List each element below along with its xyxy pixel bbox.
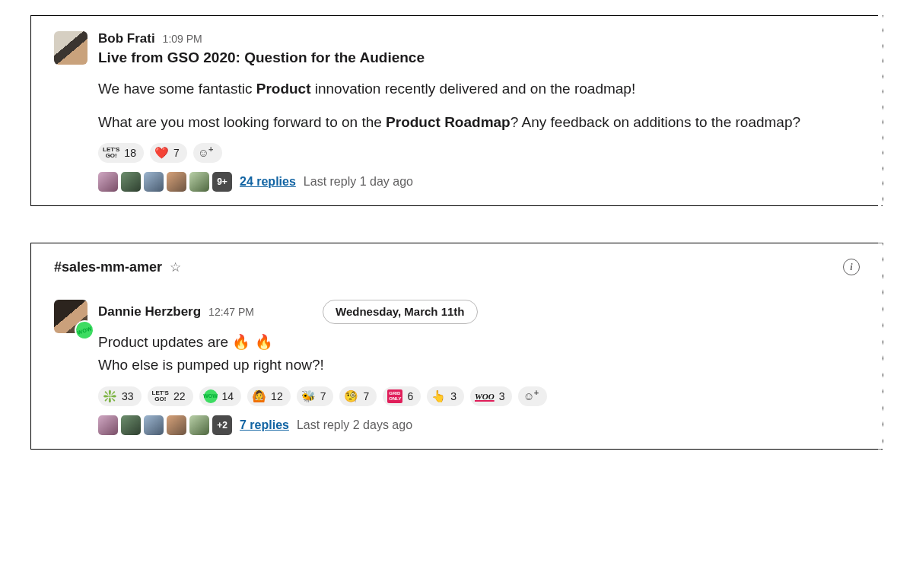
reaction-sparkle[interactable]: ❇️ 33 — [98, 386, 142, 406]
reaction-count: 3 — [450, 389, 456, 404]
lets-go-icon: LET'S GO! — [152, 389, 169, 403]
message-paragraph: Who else is pumped up right now?! — [98, 354, 860, 376]
message-paragraph: What are you most looking forward to on … — [98, 112, 860, 133]
add-reaction-button[interactable]: ☺+ — [193, 143, 222, 163]
reaction-monocle[interactable]: 🧐 7 — [339, 386, 377, 406]
heart-icon: ❤️ — [154, 146, 169, 160]
thread-avatar[interactable] — [167, 172, 186, 192]
text-bold: Product Roadmap — [386, 114, 511, 130]
this-icon: 👆 — [431, 389, 446, 403]
text: Who else is pumped up right now?! — [98, 357, 324, 373]
sparkle-icon: ❇️ — [103, 389, 117, 403]
star-icon[interactable]: ☆ — [170, 261, 181, 274]
avatar[interactable]: WOW — [54, 300, 87, 333]
thread-avatar[interactable] — [121, 172, 141, 192]
reaction-wow[interactable]: WOW 14 — [199, 386, 242, 406]
message-card-1: Bob Frati 1:09 PM Live from GSO 2020: Qu… — [30, 15, 883, 206]
avatar[interactable] — [54, 31, 87, 65]
thread-avatar[interactable] — [189, 172, 209, 192]
thread-avatar[interactable] — [121, 415, 141, 435]
reaction-count: 18 — [124, 145, 136, 161]
reaction-count: 33 — [122, 389, 134, 404]
lets-go-icon: LET'S GO! — [103, 146, 119, 160]
smile-plus-icon: ☺+ — [523, 389, 539, 403]
author-name[interactable]: Dannie Herzberg — [98, 304, 201, 319]
reaction-count: 6 — [407, 389, 413, 404]
reaction-face[interactable]: 🙆 12 — [247, 386, 291, 406]
woo-icon: WOO — [475, 389, 495, 403]
text: Product updates are — [98, 334, 232, 350]
thread-avatar-more[interactable]: +2 — [212, 415, 232, 435]
wow-status-icon: WOW — [72, 318, 97, 343]
text: What are you most looking forward to on … — [98, 114, 386, 130]
thread-avatar[interactable] — [144, 172, 164, 192]
reaction-grid-only[interactable]: GRID ONLY 6 — [383, 386, 421, 406]
bee-icon: 🐝 — [301, 389, 316, 403]
grid-only-icon: GRID ONLY — [387, 389, 402, 403]
reaction-count: 7 — [363, 389, 369, 404]
message-timestamp[interactable]: 12:47 PM — [208, 306, 254, 319]
reactions-row: ❇️ 33 LET'S GO! 22 WOW 14 🙆 12 🐝 7 — [98, 386, 860, 406]
message-card-2: #sales-mm-amer ☆ i WOW Dannie Herzberg 1… — [30, 243, 883, 449]
thread-last-reply: Last reply 2 days ago — [297, 418, 412, 432]
author-name[interactable]: Bob Frati — [98, 31, 155, 46]
thread-replies-link[interactable]: 24 replies — [240, 175, 296, 189]
add-reaction-button[interactable]: ☺+ — [518, 386, 547, 406]
thread-avatar[interactable] — [189, 415, 209, 435]
reaction-count: 3 — [499, 389, 505, 404]
thread-avatars: 9+ — [98, 172, 232, 192]
reaction-heart[interactable]: ❤️ 7 — [150, 143, 187, 163]
message-subject: Live from GSO 2020: Question for the Aud… — [98, 49, 860, 66]
text: We have some fantastic — [98, 81, 256, 97]
smile-plus-icon: ☺+ — [198, 146, 215, 160]
fire-icon: 🔥 — [232, 334, 250, 350]
thread-avatar[interactable] — [98, 415, 118, 435]
face-icon: 🙆 — [252, 389, 266, 403]
thread-summary[interactable]: +2 7 replies Last reply 2 days ago — [98, 415, 860, 435]
reaction-bee[interactable]: 🐝 7 — [297, 386, 334, 406]
fire-icon: 🔥 — [255, 334, 273, 350]
wow-icon: WOW — [204, 389, 218, 403]
thread-avatar-more[interactable]: 9+ — [212, 172, 232, 192]
channel-name[interactable]: #sales-mm-amer — [54, 259, 162, 275]
message-paragraph: We have some fantastic Product innovatio… — [98, 78, 860, 100]
thread-avatars: +2 — [98, 415, 232, 435]
reaction-this[interactable]: 👆 3 — [427, 386, 464, 406]
thread-summary[interactable]: 9+ 24 replies Last reply 1 day ago — [98, 172, 860, 192]
date-divider[interactable]: Wednesday, March 11th — [323, 300, 478, 324]
message-body: Dannie Herzberg 12:47 PM Wednesday, Marc… — [98, 300, 860, 434]
reaction-count: 7 — [173, 145, 180, 161]
thread-avatar[interactable] — [167, 415, 186, 435]
reaction-count: 14 — [222, 389, 234, 404]
reaction-lets-go[interactable]: LET'S GO! 18 — [98, 143, 144, 163]
channel-header: #sales-mm-amer ☆ i — [54, 259, 860, 275]
reactions-row: LET'S GO! 18 ❤️ 7 ☺+ — [98, 143, 860, 163]
text: ? Any feedback on additions to the roadm… — [511, 114, 800, 130]
message-timestamp[interactable]: 1:09 PM — [163, 33, 202, 46]
thread-last-reply: Last reply 1 day ago — [304, 175, 413, 189]
message: Bob Frati 1:09 PM Live from GSO 2020: Qu… — [54, 31, 860, 192]
reaction-lets-go[interactable]: LET'S GO! 22 — [148, 386, 193, 406]
reaction-count: 12 — [271, 389, 283, 404]
message: WOW Dannie Herzberg 12:47 PM Wednesday, … — [54, 300, 860, 434]
thread-avatar[interactable] — [144, 415, 164, 435]
monocle-icon: 🧐 — [344, 389, 358, 403]
reaction-count: 22 — [173, 389, 186, 404]
info-icon[interactable]: i — [843, 259, 860, 275]
message-body: Bob Frati 1:09 PM Live from GSO 2020: Qu… — [98, 31, 860, 192]
reaction-woo[interactable]: WOO 3 — [470, 386, 512, 406]
thread-replies-link[interactable]: 7 replies — [240, 418, 289, 432]
reaction-count: 7 — [320, 389, 326, 404]
thread-avatar[interactable] — [98, 172, 118, 192]
message-paragraph: Product updates are 🔥 🔥 — [98, 332, 860, 353]
text-bold: Product — [256, 81, 311, 97]
text: innovation recently delivered and on the… — [310, 81, 635, 97]
